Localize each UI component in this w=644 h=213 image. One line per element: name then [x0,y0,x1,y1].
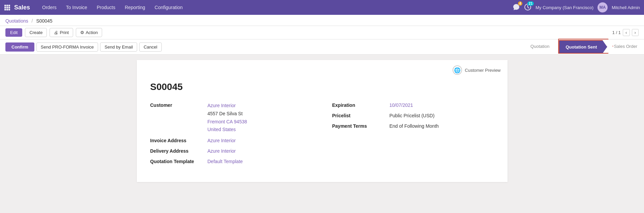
top-navigation: Sales Orders To Invoice Products Reporti… [0,0,644,15]
invoice-address-value: Azure Interior [208,137,236,144]
payment-terms-label: Payment Terms [332,123,390,129]
customer-label: Customer [150,102,208,108]
delivery-address-value: Azure Interior [208,148,236,155]
customer-address-1: 4557 De Silva St [208,110,247,118]
quotation-template-label: Quotation Template [150,158,208,164]
nav-to-invoice[interactable]: To Invoice [62,3,91,12]
pricelist-field-row: Pricelist Public Pricelist (USD) [332,112,494,119]
chat-badge: 4 [518,1,523,6]
svg-rect-4 [6,7,8,8]
send-proforma-button[interactable]: Send PRO-FORMA Invoice [36,42,98,52]
workflow-status-bar: Confirm Send PRO-FORMA Invoice Send by E… [0,39,644,55]
document-paper: 🌐 Customer Preview S00045 Customer Azure… [137,60,508,182]
pagination: 1 / 1 ‹ › [612,29,639,36]
expiration-value: 10/07/2021 [390,102,413,109]
quotation-template-value: Default Template [208,158,243,165]
customer-name-link[interactable]: Azure Interior [208,103,236,108]
main-content-area: 🌐 Customer Preview S00045 Customer Azure… [0,55,644,189]
delivery-address-link[interactable]: Azure Interior [208,148,236,154]
nav-configuration[interactable]: Configuration [151,3,187,12]
globe-icon: 🌐 [453,65,462,75]
app-name: Sales [14,4,30,11]
create-button[interactable]: Create [25,28,47,37]
customer-field-row: Customer Azure Interior 4557 De Silva St… [150,102,312,134]
svg-rect-3 [4,7,6,8]
breadcrumb-separator: / [32,18,33,24]
document-toolbar: Edit Create 🖨 Print ⚙ Action 1 / 1 ‹ › [0,26,644,39]
step-quotation[interactable]: Quotation [524,39,556,53]
gear-icon: ⚙ [80,30,84,35]
quotation-template-field-row: Quotation Template Default Template [150,158,312,165]
clock-badge: 21 [527,1,534,6]
svg-rect-5 [8,7,10,8]
document-fields: Customer Azure Interior 4557 De Silva St… [150,102,494,169]
breadcrumb-current: S00045 [36,18,52,24]
pricelist-value: Public Pricelist (USD) [390,112,435,119]
invoice-address-link[interactable]: Azure Interior [208,138,236,143]
delivery-address-field-row: Delivery Address Azure Interior [150,148,312,155]
pagination-prev[interactable]: ‹ [623,29,630,36]
invoice-address-field-row: Invoice Address Azure Interior [150,137,312,144]
pagination-next[interactable]: › [632,29,639,36]
user-avatar[interactable]: MA [597,2,608,12]
expiration-label: Expiration [332,102,390,108]
delivery-address-label: Delivery Address [150,148,208,154]
send-email-button[interactable]: Send by Email [100,42,137,52]
customer-address-3[interactable]: United States [208,127,236,132]
nav-reporting[interactable]: Reporting [121,3,149,12]
quotation-template-link[interactable]: Default Template [208,159,243,164]
print-button[interactable]: 🖨 Print [50,28,73,37]
nav-orders[interactable]: Orders [38,3,61,12]
status-actions: Confirm Send PRO-FORMA Invoice Send by E… [0,39,167,54]
payment-terms-value: End of Following Month [390,123,439,130]
expiration-field-row: Expiration 10/07/2021 [332,102,494,109]
action-button[interactable]: ⚙ Action [76,28,102,37]
customer-address-2[interactable]: Fremont CA 94538 [208,119,247,124]
right-fields: Expiration 10/07/2021 Pricelist Public P… [332,102,494,169]
company-name: My Company (San Francisco) [535,5,593,10]
clock-notifications[interactable]: 21 [524,3,531,12]
edit-button[interactable]: Edit [5,28,22,37]
chat-notifications[interactable]: 4 [513,3,520,12]
step-quotation-sent[interactable]: Quotation Sent [559,40,607,54]
svg-rect-1 [6,5,8,6]
breadcrumb: Quotations / S00045 [0,15,644,26]
pagination-count: 1 / 1 [612,30,621,35]
nav-products[interactable]: Products [93,3,119,12]
svg-rect-2 [8,5,10,6]
workflow-steps: Quotation Quotation Sent Sales Order [524,39,644,54]
left-fields: Customer Azure Interior 4557 De Silva St… [150,102,312,169]
confirm-button[interactable]: Confirm [5,42,34,52]
payment-terms-field-row: Payment Terms End of Following Month [332,123,494,130]
invoice-address-label: Invoice Address [150,137,208,143]
svg-rect-6 [4,9,6,10]
username: Mitchell Admin [612,5,640,10]
document-number: S00045 [150,82,494,92]
step-sales-order[interactable]: Sales Order [610,39,644,53]
pricelist-label: Pricelist [332,112,390,118]
print-icon: 🖨 [54,30,58,35]
cancel-button[interactable]: Cancel [139,42,161,52]
expiration-date[interactable]: 10/07/2021 [390,102,413,108]
customer-value: Azure Interior 4557 De Silva St Fremont … [208,102,247,134]
svg-rect-7 [6,9,8,10]
svg-rect-0 [4,5,6,6]
topnav-right-area: 4 21 My Company (San Francisco) MA Mitch… [513,2,640,12]
svg-rect-8 [8,9,10,10]
customer-preview-button[interactable]: 🌐 Customer Preview [453,65,500,75]
breadcrumb-parent[interactable]: Quotations [5,18,28,24]
grid-menu-icon[interactable] [4,4,10,10]
